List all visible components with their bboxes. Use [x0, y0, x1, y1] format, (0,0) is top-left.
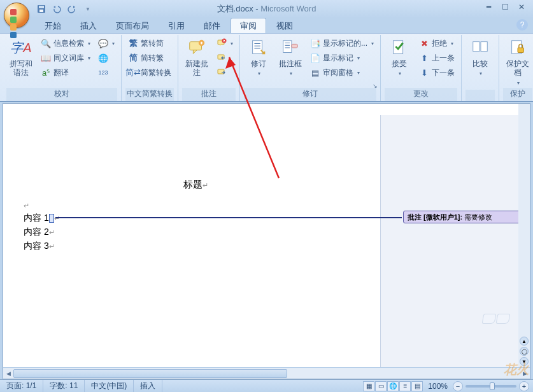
compare-icon: [470, 38, 490, 58]
thesaurus-icon: 📖: [41, 53, 51, 63]
status-word-count[interactable]: 字数: 11: [43, 380, 85, 392]
next-icon: ⬇: [419, 67, 429, 78]
help-icon[interactable]: ?: [516, 19, 528, 31]
chinese-convert-button[interactable]: 简⇄简繁转换: [125, 66, 174, 80]
new-comment-button[interactable]: 新建批注: [182, 36, 211, 79]
scroll-right-button[interactable]: ▶: [520, 368, 530, 379]
reject-button[interactable]: ✖拒绝▾: [416, 36, 457, 50]
translate-button[interactable]: a⁵翻译: [38, 66, 93, 80]
group-changes-label: 更改: [385, 88, 457, 101]
simp-to-trad-button[interactable]: 简简转繁: [125, 51, 174, 65]
next-comment-icon: [217, 67, 227, 78]
status-insert-mode[interactable]: 插入: [134, 380, 162, 392]
document-area[interactable]: 标题↵ ↵ 内容 1↵ 内容 2↵ 内容 3↵ 批注 [微软用户1]: 需要修改…: [3, 103, 530, 379]
show-markup-icon: 📄: [310, 53, 320, 63]
tab-view[interactable]: 视图: [267, 18, 302, 33]
spellcheck-icon: 字A: [11, 38, 31, 58]
previous-change-button[interactable]: ⬆上一条: [416, 51, 457, 65]
reviewing-pane-dropdown[interactable]: ▤审阅窗格▾: [308, 66, 376, 80]
tab-review[interactable]: 审阅: [231, 18, 266, 33]
spelling-label: 拼写和语法: [8, 59, 34, 78]
browse-next-button[interactable]: ▼: [520, 357, 529, 366]
new-comment-label: 新建批注: [183, 59, 210, 78]
dropdown-icon: ▾: [451, 41, 453, 46]
status-language[interactable]: 中文(中国): [85, 380, 134, 392]
tab-references[interactable]: 引用: [159, 18, 194, 33]
zoom-out-button[interactable]: −: [453, 381, 463, 391]
comment-balloon[interactable]: 批注 [微软用户1]: 需要修改: [403, 211, 525, 223]
comment-connector-line: [55, 217, 402, 218]
full-screen-view[interactable]: ▭: [375, 381, 387, 391]
show-markup-dropdown[interactable]: 📄显示标记▾: [308, 51, 376, 65]
display-for-review-dropdown[interactable]: 📑显示标记的...▾: [308, 36, 376, 50]
svg-rect-13: [473, 42, 480, 52]
protect-label: 保护文档▾: [504, 59, 531, 87]
qat-customize[interactable]: ▼: [82, 3, 93, 15]
tab-page-layout[interactable]: 页面布局: [107, 18, 158, 33]
spelling-grammar-button[interactable]: 字A 拼写和语法: [6, 36, 36, 79]
zoom-slider-knob[interactable]: [490, 382, 495, 390]
reject-icon: ✖: [419, 38, 429, 48]
svg-rect-14: [481, 42, 487, 52]
balloons-label: 批注框▾: [279, 59, 302, 78]
tab-mailings[interactable]: 邮件: [195, 18, 229, 33]
accept-button[interactable]: 接受▾: [385, 36, 414, 79]
tab-insert[interactable]: 插入: [71, 18, 106, 33]
document-name: 文档.docx: [217, 4, 253, 13]
t2s-icon: 繁: [128, 38, 138, 48]
previous-comment-button[interactable]: [214, 51, 236, 65]
zoom-level[interactable]: 100%: [428, 382, 448, 391]
balloons-button[interactable]: 批注框▾: [276, 36, 305, 79]
browse-prev-button[interactable]: ▲: [520, 337, 529, 346]
zoom-in-button[interactable]: +: [519, 381, 529, 391]
delete-comment-button[interactable]: ▾: [214, 36, 236, 50]
delete-comment-icon: [217, 38, 227, 48]
track-changes-button[interactable]: 修订▾: [244, 36, 273, 79]
word-count-button[interactable]: 123: [96, 66, 117, 80]
close-button[interactable]: ✕: [514, 1, 529, 13]
save-button[interactable]: [36, 3, 47, 15]
undo-button[interactable]: [51, 3, 62, 15]
horizontal-scrollbar[interactable]: ◀ ▶: [3, 367, 530, 379]
set-language-button[interactable]: 🌐: [96, 51, 117, 65]
tab-home[interactable]: 开始: [36, 18, 70, 33]
comment-anchor: [49, 214, 54, 223]
tracking-dialog-launcher[interactable]: ↘: [371, 82, 379, 90]
scroll-left-button[interactable]: ◀: [3, 368, 13, 379]
zoom-slider[interactable]: [465, 385, 516, 388]
web-layout-view[interactable]: 🌐: [387, 381, 399, 391]
print-layout-view[interactable]: ▦: [363, 381, 374, 391]
svg-rect-10: [283, 41, 292, 53]
svg-rect-9: [253, 41, 262, 54]
translation-tip-button[interactable]: 💬▾: [96, 36, 117, 50]
page-corner-decoration: [483, 314, 511, 328]
office-button[interactable]: [4, 3, 29, 28]
scroll-thumb[interactable]: [13, 369, 287, 378]
trad-to-simp-button[interactable]: 繁繁转简: [125, 36, 174, 50]
maximize-button[interactable]: ☐: [497, 1, 513, 13]
research-button[interactable]: 🔍信息检索▾: [38, 36, 93, 50]
group-tracking-label: 修订: [244, 88, 376, 101]
next-comment-button[interactable]: [214, 66, 236, 80]
outline-view[interactable]: ≡: [399, 381, 411, 391]
draft-view[interactable]: ▤: [411, 381, 423, 391]
protect-icon: [508, 38, 528, 58]
track-changes-icon: [248, 38, 269, 58]
status-page[interactable]: 页面: 1/1: [0, 380, 43, 392]
compare-button[interactable]: 比较▾: [465, 36, 495, 79]
new-comment-icon: [187, 38, 207, 58]
redo-button[interactable]: [66, 3, 78, 15]
group-comments-label: 批注: [182, 88, 236, 101]
browse-object-button[interactable]: ◯: [520, 347, 529, 356]
next-change-button[interactable]: ⬇下一条: [416, 66, 457, 80]
protect-document-button[interactable]: 保护文档▾: [503, 36, 532, 88]
balloons-icon: [280, 38, 301, 58]
group-proofing-label: 校对: [6, 88, 117, 101]
vertical-scrollbar[interactable]: ▲ ◯ ▼: [518, 104, 530, 367]
document-page[interactable]: 标题↵ ↵ 内容 1↵ 内容 2↵ 内容 3↵: [11, 115, 380, 379]
thesaurus-button[interactable]: 📖同义词库▾: [38, 51, 93, 65]
dropdown-icon: ▾: [357, 70, 360, 76]
svg-rect-12: [394, 41, 403, 54]
dropdown-icon: ▾: [88, 41, 90, 46]
minimize-button[interactable]: ━: [481, 1, 496, 13]
